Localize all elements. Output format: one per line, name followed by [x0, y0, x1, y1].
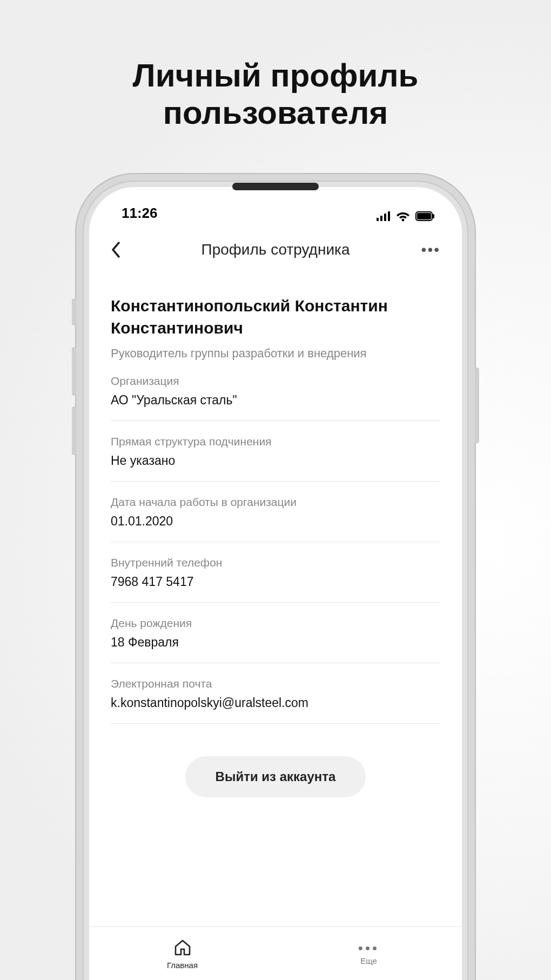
tab-label: Главная — [167, 961, 198, 970]
wifi-icon — [396, 211, 410, 222]
field-label: Дата начала работы в организации — [111, 496, 440, 509]
field-value: 18 Февраля — [111, 635, 440, 650]
tab-home[interactable]: Главная — [89, 927, 276, 980]
phone-side-button — [475, 368, 479, 443]
field-value: 01.01.2020 — [111, 514, 440, 529]
svg-rect-3 — [388, 211, 390, 221]
nav-bar: Профиль сотрудника ••• — [89, 225, 462, 275]
phone-notch — [232, 183, 319, 190]
svg-rect-0 — [377, 218, 379, 221]
field-organization: Организация АО "Уральская сталь" — [111, 361, 440, 421]
phone-side-button — [72, 298, 76, 325]
phone-screen: 11:26 — [89, 187, 462, 980]
page-heading-line2: пользователя — [163, 95, 388, 131]
profile-role: Руководитель группы разработки и внедрен… — [111, 346, 440, 361]
profile-content: Константинопольский Константин Константи… — [89, 275, 462, 926]
more-icon: ••• — [358, 942, 379, 954]
nav-title: Профиль сотрудника — [132, 241, 419, 258]
field-structure: Прямая структура подчинения Не указано — [111, 421, 440, 482]
status-bar: 11:26 — [89, 187, 462, 225]
back-button[interactable] — [111, 242, 132, 258]
phone-side-button — [72, 347, 76, 396]
svg-rect-6 — [417, 213, 431, 219]
page-heading-line1: Личный профиль — [133, 57, 419, 94]
svg-rect-7 — [433, 214, 434, 218]
svg-point-4 — [402, 219, 405, 222]
svg-rect-2 — [384, 214, 386, 221]
tab-label: Еще — [360, 956, 377, 965]
phone-frame: 11:26 — [75, 173, 476, 980]
field-value: Не указано — [111, 454, 440, 468]
field-value: 7968 417 5417 — [111, 575, 440, 589]
field-label: Организация — [111, 375, 440, 388]
cellular-icon — [377, 211, 391, 221]
field-internal-phone: Внутренний телефон 7968 417 5417 — [111, 542, 440, 603]
more-button[interactable]: ••• — [419, 241, 440, 258]
field-label: Внутренний телефон — [111, 556, 440, 569]
tab-more[interactable]: ••• Еще — [276, 927, 462, 980]
field-label: День рождения — [111, 617, 440, 630]
battery-icon — [415, 211, 435, 221]
field-value: k.konstantinopolskyi@uralsteel.com — [111, 696, 440, 710]
logout-button[interactable]: Выйти из аккаунта — [185, 756, 366, 797]
svg-rect-1 — [380, 216, 382, 221]
tab-bar: Главная ••• Еще — [89, 926, 462, 980]
page-heading: Личный профиль пользователя — [0, 0, 551, 131]
home-icon — [173, 938, 192, 958]
field-start-date: Дата начала работы в организации 01.01.2… — [111, 482, 440, 542]
field-value: АО "Уральская сталь" — [111, 393, 440, 408]
phone-side-button — [72, 406, 76, 455]
profile-name: Константинопольский Константин Константи… — [111, 295, 440, 339]
field-label: Прямая структура подчинения — [111, 435, 440, 448]
field-email: Электронная почта k.konstantinopolskyi@u… — [111, 663, 440, 724]
field-birthday: День рождения 18 Февраля — [111, 603, 440, 663]
status-time: 11:26 — [122, 205, 158, 222]
more-icon: ••• — [421, 241, 440, 258]
chevron-left-icon — [111, 242, 120, 258]
field-label: Электронная почта — [111, 677, 440, 690]
